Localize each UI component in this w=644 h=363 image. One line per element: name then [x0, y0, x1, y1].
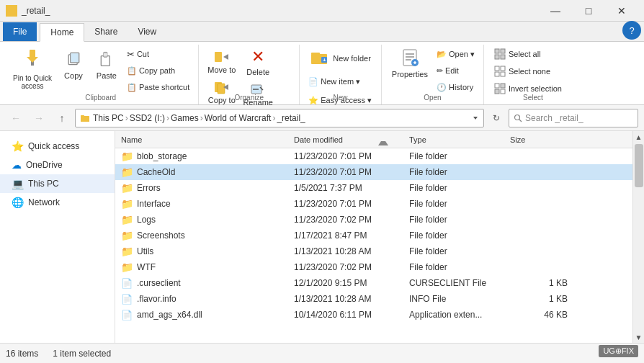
tab-home[interactable]: Home	[40, 23, 84, 42]
file-row-8[interactable]: 📄 .curseclient 12/1/2020 9:15 PM CURSECL…	[115, 275, 632, 291]
file-date: 12/1/2020 9:15 PM	[294, 278, 409, 288]
main-area: ⭐ Quick access ☁ OneDrive 💻 This PC 🌐 Ne…	[0, 131, 644, 343]
file-type: Application exten...	[409, 310, 510, 320]
select-none-icon	[494, 66, 506, 77]
window-icon	[6, 5, 17, 17]
file-name: Screenshots	[137, 230, 294, 241]
new-folder-button[interactable]: + New folder	[305, 46, 375, 71]
file-row-3[interactable]: 📁 Interface 11/23/2020 7:01 PM File fold…	[115, 196, 632, 212]
copy-to-button[interactable]: Copy to	[205, 79, 238, 106]
copy-path-button[interactable]: 📋 Copy path	[124, 63, 192, 79]
folder-icon: 📁	[121, 151, 134, 162]
sidebar: ⭐ Quick access ☁ OneDrive 💻 This PC 🌐 Ne…	[0, 131, 115, 343]
clipboard-copy-group: Copy	[58, 46, 89, 91]
file-type: File folder	[409, 215, 510, 225]
cut-button[interactable]: ✂ Cut	[124, 46, 192, 62]
this-pc-icon: 💻	[12, 178, 24, 189]
select-all-icon	[494, 48, 506, 60]
tab-view[interactable]: View	[128, 22, 166, 41]
new-item-button[interactable]: 📄 New item ▾	[305, 73, 363, 89]
copy-button[interactable]: Copy	[58, 46, 89, 80]
tab-share[interactable]: Share	[84, 22, 128, 41]
svg-rect-39	[501, 72, 505, 76]
paste-button[interactable]: Paste	[91, 46, 122, 82]
file-row-1[interactable]: 📁 CacheOld 11/23/2020 7:01 PM File folde…	[115, 164, 632, 180]
svg-marker-14	[223, 54, 228, 60]
paste-shortcut-icon: 📋	[127, 83, 137, 92]
title-bar: _retail_ — □ ✕	[0, 0, 644, 22]
file-row-7[interactable]: 📁 WTF 11/23/2020 7:02 PM File folder	[115, 259, 632, 275]
search-box[interactable]: Search _retail_	[509, 109, 638, 127]
onedrive-icon: ☁	[12, 159, 22, 171]
scroll-down[interactable]: ▼	[633, 331, 645, 343]
col-type[interactable]: Type	[409, 135, 510, 144]
scroll-up[interactable]: ▲	[633, 131, 645, 143]
properties-button[interactable]: Properties	[388, 46, 432, 81]
tab-file[interactable]: File	[3, 22, 37, 41]
file-type: File folder	[409, 151, 510, 161]
sidebar-item-onedrive[interactable]: ☁ OneDrive	[0, 156, 115, 174]
sidebar-item-this-pc[interactable]: 💻 This PC	[0, 174, 115, 193]
file-row-4[interactable]: 📁 Logs 11/23/2020 7:02 PM File folder	[115, 212, 632, 228]
search-placeholder: Search _retail_	[525, 113, 583, 123]
svg-rect-41	[501, 84, 505, 88]
file-row-6[interactable]: 📁 Utils 1/13/2021 10:28 AM File folder	[115, 243, 632, 259]
file-row-9[interactable]: 📄 .flavor.info 1/13/2021 10:28 AM INFO F…	[115, 291, 632, 307]
pin-to-quick-access-button[interactable]: Pin to Quickaccess	[9, 46, 56, 92]
help-button[interactable]: ?	[622, 21, 641, 40]
file-name: Interface	[137, 199, 294, 209]
folder-icon: 📁	[121, 198, 134, 210]
file-list-area: Name Date modified Type Size 📁 blob_stor…	[115, 131, 632, 343]
move-icon	[214, 50, 230, 64]
file-name: Errors	[137, 183, 294, 193]
file-name: .curseclient	[137, 278, 294, 288]
file-row-10[interactable]: 📄 amd_ags_x64.dll 10/14/2020 6:11 PM App…	[115, 307, 632, 323]
file-type: File folder	[409, 167, 510, 177]
sidebar-item-network[interactable]: 🌐 Network	[0, 193, 115, 212]
col-size[interactable]: Size	[510, 135, 568, 144]
file-size: 46 KB	[510, 310, 568, 320]
svg-rect-1	[12, 6, 17, 10]
file-name: Logs	[137, 215, 294, 225]
minimize-button[interactable]: —	[539, 0, 572, 22]
close-button[interactable]: ✕	[605, 0, 638, 22]
file-type: File folder	[409, 246, 510, 256]
file-row-5[interactable]: 📁 Screenshots 1/17/2021 8:47 PM File fol…	[115, 228, 632, 243]
svg-point-47	[515, 115, 520, 120]
ribbon: Pin to Quickaccess Copy	[0, 42, 644, 105]
pin-icon	[24, 48, 41, 73]
scroll-thumb[interactable]	[635, 144, 643, 187]
svg-rect-36	[495, 66, 499, 71]
file-row-0[interactable]: 📁 blob_storage 11/23/2020 7:01 PM File f…	[115, 148, 632, 164]
file-date: 1/13/2021 10:28 AM	[294, 246, 409, 256]
file-name: CacheOld	[137, 167, 294, 177]
copy-path-icon: 📋	[127, 66, 137, 76]
delete-button[interactable]: ✕ Delete	[242, 46, 274, 78]
paste-shortcut-button[interactable]: 📋 Paste shortcut	[124, 79, 192, 95]
file-type: CURSECLIENT File	[409, 278, 510, 288]
refresh-button[interactable]: ↻	[487, 109, 506, 127]
file-row-2[interactable]: 📁 Errors 1/5/2021 7:37 PM File folder	[115, 180, 632, 196]
sidebar-item-quick-access[interactable]: ⭐ Quick access	[0, 137, 115, 156]
sep3: ›	[200, 113, 203, 123]
col-date[interactable]: Date modified	[294, 135, 409, 144]
delete-icon: ✕	[251, 48, 264, 66]
open-buttons: Properties 📂 Open ▾ ✏ Edit 🕐 History	[388, 46, 478, 118]
svg-rect-12	[104, 53, 107, 55]
open-label: Open	[382, 94, 483, 102]
scrollbar[interactable]: ▲ ▼	[632, 131, 644, 343]
onedrive-label: OneDrive	[26, 160, 63, 170]
maximize-button[interactable]: □	[572, 0, 605, 22]
file-date: 1/13/2021 10:28 AM	[294, 294, 409, 304]
open-button[interactable]: 📂 Open ▾	[434, 46, 478, 62]
select-all-button[interactable]: Select all	[490, 46, 576, 62]
edit-button[interactable]: ✏ Edit	[434, 63, 478, 79]
history-button[interactable]: 🕐 History	[434, 79, 478, 95]
col-name[interactable]: Name	[121, 135, 294, 144]
window-controls: — □ ✕	[539, 0, 638, 22]
select-none-button[interactable]: Select none	[490, 63, 576, 79]
scroll-track[interactable]	[633, 143, 645, 331]
move-to-button[interactable]: Move to	[205, 48, 238, 76]
file-size: 1 KB	[510, 278, 568, 288]
file-name: .flavor.info	[137, 294, 294, 304]
